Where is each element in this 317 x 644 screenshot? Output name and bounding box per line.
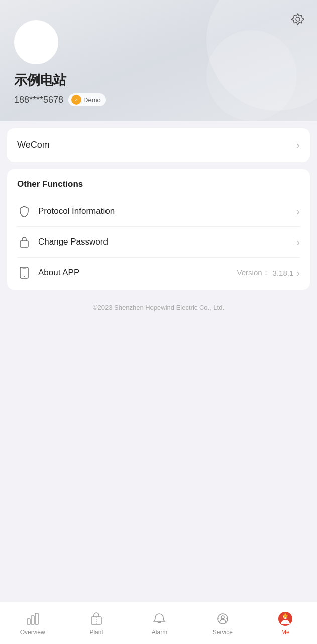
- about-app-label: About APP: [38, 268, 79, 278]
- change-password-label: Change Password: [38, 237, 108, 247]
- about-chevron-icon: ›: [296, 267, 300, 279]
- svg-point-14: [221, 616, 224, 619]
- profile-row: 188****5678 ✓ Demo: [14, 93, 303, 106]
- wecom-label: WeCom: [17, 140, 50, 150]
- svg-rect-9: [31, 616, 34, 624]
- nav-me-label: Me: [281, 629, 290, 636]
- about-app-menu-item[interactable]: About APP Version： 3.18.1 ›: [17, 258, 300, 286]
- svg-point-6: [24, 276, 25, 277]
- nav-item-me[interactable]: Me: [268, 607, 303, 640]
- phone-icon: [17, 266, 31, 280]
- nav-item-service[interactable]: Service: [205, 607, 240, 640]
- version-number: 3.18.1: [273, 269, 294, 277]
- nav-plant-label: Plant: [89, 629, 103, 636]
- nav-item-overview[interactable]: Overview: [14, 607, 51, 640]
- change-password-menu-item[interactable]: Change Password ›: [17, 227, 300, 258]
- avatar: [14, 20, 58, 64]
- other-functions-card: Other Functions Protocol Information › C…: [7, 169, 310, 290]
- nav-item-alarm[interactable]: Alarm: [142, 607, 177, 640]
- wecom-chevron-icon: ›: [296, 139, 300, 151]
- other-functions-title: Other Functions: [17, 179, 300, 189]
- profile-name: 示例电站: [14, 71, 303, 89]
- profile-header: 示例电站 188****5678 ✓ Demo: [0, 0, 317, 121]
- overview-icon: [25, 611, 41, 627]
- protocol-menu-item[interactable]: Protocol Information ›: [17, 196, 300, 227]
- lock-icon: [17, 235, 31, 249]
- wecom-card: WeCom ›: [7, 128, 310, 162]
- profile-phone: 188****5678: [14, 95, 63, 105]
- nav-item-plant[interactable]: Plant: [79, 607, 114, 640]
- svg-rect-8: [27, 619, 30, 624]
- protocol-label: Protocol Information: [38, 206, 115, 216]
- bottom-nav: Overview Plant Alarm: [0, 602, 317, 644]
- settings-icon[interactable]: [289, 10, 307, 28]
- demo-badge-icon: ✓: [71, 95, 81, 105]
- alarm-icon: [151, 611, 167, 627]
- nav-alarm-label: Alarm: [152, 629, 167, 636]
- nav-overview-label: Overview: [20, 629, 45, 636]
- protocol-chevron-icon: ›: [296, 206, 300, 217]
- demo-badge: ✓ Demo: [68, 93, 106, 106]
- wecom-row[interactable]: WeCom ›: [7, 128, 310, 162]
- version-prefix: Version：: [237, 268, 270, 278]
- copyright-text: ©2023 Shenzhen Hopewind Electric Co., Lt…: [0, 290, 317, 321]
- shield-icon: [17, 204, 31, 218]
- svg-rect-4: [20, 241, 28, 247]
- me-icon: [277, 611, 293, 627]
- change-password-chevron-icon: ›: [296, 236, 300, 248]
- svg-text:✓: ✓: [75, 98, 78, 102]
- demo-badge-label: Demo: [83, 96, 101, 104]
- svg-point-1: [296, 17, 300, 21]
- service-icon: [215, 611, 231, 627]
- plant-icon: [88, 611, 104, 627]
- nav-service-label: Service: [213, 629, 233, 636]
- svg-rect-10: [35, 613, 38, 624]
- svg-marker-0: [291, 14, 304, 25]
